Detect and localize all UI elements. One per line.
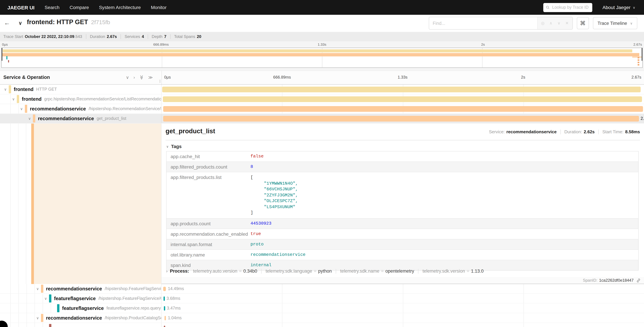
service-color-chip xyxy=(57,304,60,312)
chevron-down-icon[interactable]: ∨ xyxy=(19,106,24,111)
service-color-chip xyxy=(25,105,27,113)
span-row-frontend-httpget[interactable]: ∨ frontend HTTP GET xyxy=(0,84,644,94)
collapse-one-icon[interactable]: ∨ xyxy=(126,75,129,80)
tag-row[interactable]: app.filtered_products.list [ "1YMWWN1N4O… xyxy=(166,172,638,218)
minimap-left-scrubber[interactable] xyxy=(2,48,2,61)
trace-page-header: ← ∨ frontend: HTTP GET2f715fb ◎ ∧ ∨ ✕ ⌘ … xyxy=(0,15,644,32)
minimap-span-frontend xyxy=(3,49,632,52)
tag-row[interactable]: otel.library.name recommendationservice xyxy=(166,249,638,260)
timeline-tick-2: 1.33s xyxy=(398,75,408,80)
process-section[interactable]: › Process: telemetry.auto.version=0.34b0… xyxy=(166,268,484,274)
service-operation-header: Service & Operation xyxy=(3,74,50,80)
keyboard-shortcuts-button[interactable]: ⌘ xyxy=(577,17,589,29)
minimap-canvas[interactable] xyxy=(1,48,643,68)
nav-item-system-architecture[interactable]: System Architecture xyxy=(99,5,141,10)
span-detail-accent-bar xyxy=(31,124,34,284)
column-resize-handle[interactable]: ∥ xyxy=(159,79,161,83)
depth-label: Depth xyxy=(152,34,162,39)
nav-item-search[interactable]: Search xyxy=(45,5,60,10)
duration-value: 2.67s xyxy=(107,34,117,39)
jaeger-logo[interactable]: JAEGER UI xyxy=(8,4,34,10)
span-id-value: 1ca2262df0e18447 xyxy=(599,278,634,283)
span-bar[interactable] xyxy=(164,296,165,301)
minimap-tick-3: 2s xyxy=(481,42,485,46)
timeline-tick-0: 0μs xyxy=(164,75,171,80)
span-bar[interactable] xyxy=(163,96,642,102)
expand-one-icon[interactable]: › xyxy=(134,75,135,80)
span-duration: 2.62s xyxy=(641,116,644,121)
find-prev-icon[interactable]: ∧ xyxy=(547,21,555,26)
chevron-down-icon[interactable]: ∨ xyxy=(35,316,40,320)
duration-label: Duration xyxy=(90,34,105,39)
back-button[interactable]: ← xyxy=(4,20,10,26)
span-row-partial[interactable] xyxy=(0,323,644,327)
trace-title: frontend: HTTP GET2f715fb xyxy=(27,18,110,26)
chevron-down-icon[interactable]: ∨ xyxy=(27,116,32,121)
span-bar[interactable] xyxy=(163,116,639,122)
span-detail-title: get_product_list xyxy=(166,128,215,135)
duration-label: Duration: xyxy=(564,129,582,134)
find-next-icon[interactable]: ∨ xyxy=(555,21,563,26)
tag-row[interactable]: app.products.count 44530923 xyxy=(166,218,638,228)
chevron-down-icon[interactable]: ∨ xyxy=(43,296,48,301)
span-bar[interactable] xyxy=(163,287,166,291)
tag-row[interactable]: app.filtered_products.count 8 xyxy=(166,162,638,172)
span-row-featureflag-repo-query[interactable]: featureflagservice featureflagservice.re… xyxy=(0,304,644,313)
minimap-right-scrubber[interactable] xyxy=(642,48,642,61)
total-spans-value: 20 xyxy=(197,34,201,39)
span-row-get-product-list[interactable]: ∨ recommendationservice get_product_list… xyxy=(0,114,644,124)
span-bar[interactable] xyxy=(164,306,165,310)
service-color-chip xyxy=(33,114,35,122)
timeline-tick-1: 666.89ms xyxy=(273,75,291,80)
tag-row[interactable]: app.recommendation.cache_enabled true xyxy=(166,228,638,239)
chevron-down-icon[interactable]: ∨ xyxy=(35,286,40,291)
span-row-frontend-listrecommendations[interactable]: ∨ frontend grpc.hipstershop.Recommendati… xyxy=(0,94,644,104)
expand-all-icon[interactable]: ≫ xyxy=(148,75,153,80)
depth-value: 7 xyxy=(164,34,166,39)
timeline-header: Service & Operation ∨ › ≫ ≫ ∥ 0μs 666.89… xyxy=(0,70,644,84)
find-clear-icon[interactable]: ✕ xyxy=(563,21,571,26)
chevron-down-icon: ∨ xyxy=(633,6,635,9)
services-value: 4 xyxy=(142,34,144,39)
top-nav: JAEGER UI Search Compare System Architec… xyxy=(0,0,644,15)
span-bar[interactable] xyxy=(164,316,166,320)
service-color-chip xyxy=(49,294,51,302)
trace-id-short: 2f715fb xyxy=(91,19,110,26)
minimap-span-featureflag xyxy=(6,56,8,60)
trace-id-lookup-input[interactable] xyxy=(552,5,590,10)
find-control: ◎ ∧ ∨ ✕ xyxy=(428,17,573,30)
tags-section-toggle[interactable]: ∨ Tags xyxy=(166,144,182,149)
span-detail: get_product_list Service:recommendations… xyxy=(0,124,644,284)
trace-view-selector[interactable]: Trace Timeline ∨ xyxy=(593,17,637,29)
service-color-chip xyxy=(49,324,51,327)
find-input[interactable] xyxy=(429,17,537,29)
service-color-chip xyxy=(17,95,19,103)
span-row-recommendation-listrecommendations[interactable]: ∨ recommendationservice /hipstershop.Rec… xyxy=(0,104,644,114)
minimap-span-productcatalog xyxy=(8,60,9,62)
chevron-down-icon[interactable]: ∨ xyxy=(11,97,16,101)
chevron-down-icon: ∨ xyxy=(630,21,632,25)
nav-item-monitor[interactable]: Monitor xyxy=(151,5,166,10)
chevron-down-icon[interactable]: ∨ xyxy=(3,87,8,92)
span-row-featureflag-client[interactable]: ∨ recommendationservice /hipstershop.Fea… xyxy=(0,284,644,294)
span-bar[interactable] xyxy=(164,326,165,327)
about-jaeger-menu[interactable]: About Jaeger ∨ xyxy=(602,5,635,10)
span-row-featureflag-getflag[interactable]: ∨ featureflagservice /hipstershop.Featur… xyxy=(0,294,644,304)
find-match-icon[interactable]: ◎ xyxy=(539,21,547,26)
span-row-productcatalog-client[interactable]: ∨ recommendationservice /hipstershop.Pro… xyxy=(0,313,644,323)
span-bar[interactable] xyxy=(162,86,641,92)
span-bar[interactable] xyxy=(163,106,643,112)
tag-row[interactable]: app.cache_hit false xyxy=(166,152,638,162)
collapse-all-icon[interactable]: ≫ xyxy=(139,75,144,80)
trace-id-lookup xyxy=(544,3,592,12)
span-rows-top: ∨ frontend HTTP GET ∨ frontend grpc.hips… xyxy=(0,84,644,124)
nav-item-compare[interactable]: Compare xyxy=(70,5,89,10)
service-color-chip xyxy=(41,314,43,322)
span-duration: 1.04ms xyxy=(168,316,182,320)
tag-row[interactable]: internal.span.format proto xyxy=(166,239,638,249)
collapse-trace-header-icon[interactable]: ∨ xyxy=(18,20,22,26)
deep-link-icon[interactable] xyxy=(636,278,641,282)
timeline-tick-4: 2.67s xyxy=(632,75,641,80)
span-detail-overview: Service:recommendationservice Duration:2… xyxy=(489,129,640,134)
start-time-value: 8.58ms xyxy=(625,129,640,134)
